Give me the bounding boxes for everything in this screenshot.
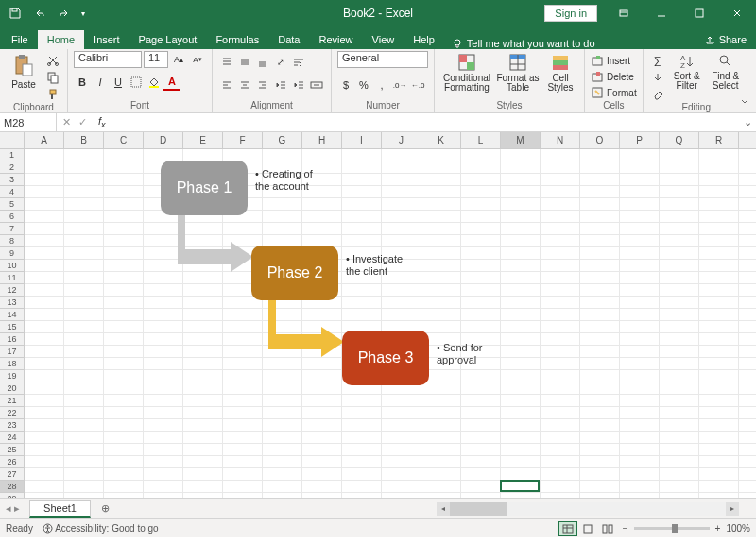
font-size-select[interactable]: 11 <box>144 51 168 68</box>
col-header-R[interactable]: R <box>699 132 739 148</box>
copy-button[interactable] <box>44 70 61 85</box>
align-middle-button[interactable] <box>236 54 253 71</box>
row-header-1[interactable]: 1 <box>0 149 25 161</box>
col-header-N[interactable]: N <box>541 132 580 148</box>
close-button[interactable] <box>718 0 756 26</box>
zoom-slider[interactable] <box>634 527 710 530</box>
col-header-M[interactable]: M <box>501 132 541 148</box>
row-header-11[interactable]: 11 <box>0 272 25 284</box>
decrease-decimal-button[interactable]: ←.0 <box>409 76 426 93</box>
ribbon-options-button[interactable] <box>605 0 643 26</box>
redo-button[interactable] <box>53 2 76 25</box>
col-header-J[interactable]: J <box>382 132 421 148</box>
minimize-button[interactable] <box>643 0 680 26</box>
expand-formula-bar-button[interactable]: ⌄ <box>739 116 756 128</box>
comma-format-button[interactable]: , <box>373 76 390 93</box>
row-header-28[interactable]: 28 <box>0 481 25 493</box>
font-name-select[interactable]: Calibri <box>74 51 142 68</box>
tab-insert[interactable]: Insert <box>84 30 129 49</box>
tab-home[interactable]: Home <box>38 30 84 49</box>
cell-styles-button[interactable]: Cell Styles <box>542 51 578 93</box>
cancel-formula-button[interactable]: ✕ <box>62 116 71 128</box>
col-header-G[interactable]: G <box>263 132 302 148</box>
tab-data[interactable]: Data <box>268 30 309 49</box>
row-header-27[interactable]: 27 <box>0 468 25 481</box>
tab-view[interactable]: View <box>363 30 404 49</box>
row-header-21[interactable]: 21 <box>0 395 25 407</box>
font-color-button[interactable]: A <box>163 74 180 91</box>
row-header-24[interactable]: 24 <box>0 432 25 444</box>
col-header-K[interactable]: K <box>421 132 461 148</box>
row-header-5[interactable]: 5 <box>0 198 25 211</box>
col-header-H[interactable]: H <box>302 132 342 148</box>
accessibility-status[interactable]: Accessibility: Good to go <box>43 523 159 535</box>
italic-button[interactable]: I <box>92 74 109 91</box>
underline-button[interactable]: U <box>110 74 127 91</box>
row-header-3[interactable]: 3 <box>0 174 25 186</box>
scroll-track[interactable] <box>450 502 726 516</box>
zoom-in-button[interactable]: + <box>715 523 721 534</box>
clear-button[interactable] <box>649 87 666 102</box>
format-painter-button[interactable] <box>44 87 61 102</box>
find-select-button[interactable]: Find & Select <box>708 51 744 91</box>
increase-font-button[interactable]: A▴ <box>170 51 187 68</box>
align-center-button[interactable] <box>236 76 253 93</box>
row-header-2[interactable]: 2 <box>0 161 25 174</box>
col-header-B[interactable]: B <box>64 132 104 148</box>
tell-me-search[interactable]: Tell me what you want to do <box>444 38 603 49</box>
save-button[interactable] <box>4 2 26 25</box>
paste-button[interactable]: Paste <box>6 51 42 90</box>
border-button[interactable] <box>128 74 145 91</box>
name-box[interactable]: M28 <box>0 113 57 131</box>
qat-customize[interactable]: ▾ <box>77 2 89 25</box>
row-header-16[interactable]: 16 <box>0 333 25 346</box>
zoom-out-button[interactable]: − <box>623 523 628 534</box>
sheet-tab-sheet1[interactable]: Sheet1 <box>29 500 91 518</box>
cells-grid[interactable] <box>25 149 756 498</box>
conditional-formatting-button[interactable]: Conditional Formatting <box>440 51 493 93</box>
row-header-4[interactable]: 4 <box>0 186 25 198</box>
col-header-O[interactable]: O <box>580 132 620 148</box>
row-header-6[interactable]: 6 <box>0 211 25 223</box>
sheet-nav[interactable]: ◂ ▸ <box>0 502 26 515</box>
horizontal-scrollbar[interactable]: ◂ ▸ <box>437 502 739 516</box>
row-header-9[interactable]: 9 <box>0 247 25 260</box>
col-header-L[interactable]: L <box>461 132 501 148</box>
row-header-13[interactable]: 13 <box>0 297 25 309</box>
scroll-left-button[interactable]: ◂ <box>437 502 450 516</box>
tab-review[interactable]: Review <box>309 30 362 49</box>
normal-view-button[interactable] <box>558 521 577 536</box>
autosum-button[interactable]: ∑ <box>649 53 666 68</box>
decrease-indent-button[interactable] <box>272 76 289 93</box>
fx-button[interactable]: fx <box>93 115 112 129</box>
zoom-thumb[interactable] <box>672 524 678 533</box>
col-header-P[interactable]: P <box>620 132 660 148</box>
merge-button[interactable] <box>308 76 325 93</box>
format-cells-button[interactable]: Format <box>607 88 637 98</box>
row-header-20[interactable]: 20 <box>0 382 25 395</box>
tab-file[interactable]: File <box>2 30 38 49</box>
tab-formulas[interactable]: Formulas <box>206 30 268 49</box>
maximize-button[interactable] <box>680 0 718 26</box>
align-right-button[interactable] <box>254 76 271 93</box>
share-button[interactable]: Share <box>696 30 756 49</box>
bold-button[interactable]: B <box>74 74 91 91</box>
row-header-7[interactable]: 7 <box>0 223 25 235</box>
row-header-14[interactable]: 14 <box>0 309 25 321</box>
undo-button[interactable] <box>28 2 51 25</box>
percent-format-button[interactable]: % <box>355 76 372 93</box>
orientation-button[interactable]: ⤢ <box>272 54 289 71</box>
collapse-ribbon-button[interactable] <box>739 95 752 109</box>
col-header-C[interactable]: C <box>104 132 144 148</box>
align-bottom-button[interactable] <box>254 54 271 71</box>
row-header-15[interactable]: 15 <box>0 321 25 333</box>
sign-in-button[interactable]: Sign in <box>544 5 597 22</box>
row-header-26[interactable]: 26 <box>0 456 25 468</box>
wrap-text-button[interactable] <box>290 54 307 71</box>
row-header-10[interactable]: 10 <box>0 260 25 272</box>
tab-help[interactable]: Help <box>404 30 444 49</box>
select-all-corner[interactable] <box>0 132 25 148</box>
col-header-A[interactable]: A <box>25 132 64 148</box>
col-header-E[interactable]: E <box>183 132 223 148</box>
row-header-8[interactable]: 8 <box>0 235 25 247</box>
